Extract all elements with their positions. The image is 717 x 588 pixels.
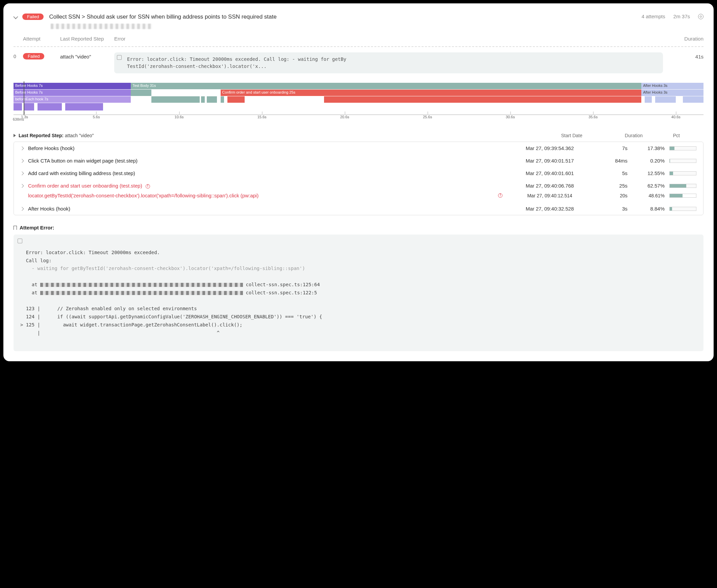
timeline-segment[interactable] (201, 96, 205, 103)
steps-header-label: Last Reported Step: (19, 133, 64, 138)
steps-table: Before Hooks (hook) Mar 27, 09:39:54.362… (14, 142, 703, 215)
step-date: Mar 27, 09:40:01.601 (512, 170, 587, 176)
header-meta: 4 attempts 2m 37s (642, 14, 703, 19)
timeline-segment[interactable] (655, 96, 676, 103)
timeline-segment[interactable]: Before Hooks 7s (14, 89, 131, 96)
divider (14, 46, 703, 47)
timeline-segment[interactable]: Test Body 31s (131, 83, 641, 89)
step-date: Mar 27, 09:39:54.362 (512, 145, 587, 151)
attempt-row[interactable]: 0 Failed attach "video" Error: locator.c… (14, 52, 703, 74)
timeline-strip[interactable] (14, 103, 703, 110)
step-pct: 17.38% (628, 145, 665, 151)
step-name: locator.getByTestId('zerohash-consent-ch… (28, 192, 498, 199)
step-row[interactable]: Before Hooks (hook) Mar 27, 09:39:54.362… (14, 142, 703, 154)
step-row[interactable]: After Hooks (hook) Mar 27, 09:40:32.528 … (14, 203, 703, 215)
total-duration: 2m 37s (673, 14, 690, 19)
header: Failed Collect SSN > Should ask user for… (14, 14, 703, 20)
steps-header-value: attach "video" (65, 133, 93, 138)
step-pct: 48.61% (628, 193, 665, 198)
axis-tick: 35.6s (589, 115, 598, 119)
timeline-segment[interactable] (207, 96, 217, 103)
attempt-index: 0 (14, 52, 23, 59)
col-duration: Duration (670, 36, 703, 42)
timeline-segment[interactable] (151, 96, 200, 103)
attempt-error-code[interactable]: Error: locator.click: Timeout 20000ms ex… (14, 234, 703, 351)
timeline-segment[interactable]: Confirm order and start user onboarding … (220, 89, 642, 96)
step-duration: 20s (587, 193, 628, 198)
status-badge: Failed (22, 14, 44, 20)
step-sub-row[interactable]: locator.getByTestId('zerohash-consent-ch… (14, 192, 703, 203)
steps-section: Last Reported Step: attach "video" Start… (14, 131, 703, 215)
step-duration: 84ms (587, 158, 628, 164)
attempt-status-badge: Failed (23, 53, 44, 60)
axis-tick: 1.3s (21, 115, 28, 119)
error-line-2: TestId('zerohash-consent-checkbox').loca… (119, 63, 658, 70)
step-name: After Hooks (hook) (28, 206, 512, 212)
copy-icon[interactable] (118, 56, 122, 60)
copy-icon[interactable] (18, 239, 22, 243)
redacted-path (51, 24, 152, 29)
axis-tick: 30.6s (506, 115, 515, 119)
timeline-axis: 638ms1.3s5.6s10.6s15.6s20.6s25.6s30.6s35… (14, 114, 703, 123)
step-row[interactable]: Click CTA button on main widget page (te… (14, 154, 703, 167)
err-line: Error: locator.click: Timeout 20000ms ex… (26, 250, 160, 255)
axis-tick: 15.6s (257, 115, 267, 119)
timeline-segment[interactable] (220, 96, 224, 103)
step-name: Confirm order and start user onboarding … (28, 183, 512, 189)
timeline-row[interactable]: beforeEach hook 7s (14, 96, 703, 103)
code-caret: | ^ (20, 330, 219, 336)
axis-tick: 5.6s (93, 115, 100, 119)
step-pct: 8.84% (628, 206, 665, 212)
step-date: Mar 27, 09:40:01.517 (512, 158, 587, 164)
step-pct: 0.20% (628, 158, 665, 164)
chevron-down-icon[interactable] (13, 15, 18, 19)
code-line: > 125 | await widget.transactionPage.get… (20, 322, 242, 328)
attempts-count: 4 attempts (642, 14, 665, 19)
col-start-date: Start Date (541, 133, 602, 138)
attempt-duration: 41s (670, 52, 703, 60)
playhead[interactable] (24, 81, 24, 115)
step-bar (669, 146, 696, 150)
gear-icon[interactable] (698, 14, 703, 19)
timeline-segment[interactable] (645, 96, 651, 103)
attempt-error-title: Attempt Error: (20, 225, 55, 230)
timeline-segment[interactable] (131, 89, 151, 96)
err-line-light: - waiting for getByTestId('zerohash-cons… (26, 266, 305, 271)
timeline-segment[interactable]: Before Hooks 7s (14, 83, 131, 89)
step-bar (669, 171, 696, 175)
col-error: Error (114, 36, 670, 42)
step-name: Add card with existing billing address (… (28, 170, 512, 176)
chevron-right-icon (20, 207, 24, 211)
step-duration: 7s (587, 145, 628, 151)
col-dur: Duration (602, 133, 643, 138)
stack-suffix: collect-ssn.spec.ts:122:5 (246, 290, 317, 295)
timeline[interactable]: Before Hooks 7sTest Body 31sAfter Hooks … (14, 83, 703, 123)
attempts-columns: Attempt Last Reported Step Error Duratio… (14, 29, 703, 45)
attempt-error-header: Attempt Error: (14, 225, 703, 230)
timeline-segment[interactable]: beforeEach hook 7s (14, 96, 131, 103)
error-icon (498, 193, 502, 198)
timeline-segment[interactable] (324, 96, 641, 103)
attempt-step: attach "video" (60, 52, 114, 60)
timeline-segment[interactable] (683, 96, 703, 103)
attempt-error-box[interactable]: Error: locator.click: Timeout 20000ms ex… (114, 52, 663, 74)
step-bar (669, 194, 696, 198)
timeline-segment[interactable]: After Hooks 3s (641, 89, 703, 96)
timeline-segment[interactable]: After Hooks 3s (641, 83, 703, 89)
timeline-segment[interactable] (227, 96, 245, 103)
col-step: Last Reported Step (60, 36, 114, 42)
step-bar (669, 184, 696, 188)
timeline-row[interactable]: Before Hooks 7sTest Body 31sAfter Hooks … (14, 83, 703, 89)
axis-tick: 25.6s (423, 115, 432, 119)
code-line: 124 | if ((await supportApi.getDynamicCo… (20, 314, 322, 319)
err-line: Call log: (26, 258, 52, 263)
timeline-row[interactable]: Before Hooks 7sConfirm order and start u… (14, 89, 703, 96)
step-row[interactable]: Confirm order and start user onboarding … (14, 180, 703, 192)
axis-tick: 40.6s (671, 115, 680, 119)
step-duration: 5s (587, 170, 628, 176)
steps-header: Last Reported Step: attach "video" Start… (14, 131, 703, 142)
test-result-panel: Failed Collect SSN > Should ask user for… (3, 3, 714, 361)
step-name: Click CTA button on main widget page (te… (28, 158, 512, 164)
step-row[interactable]: Add card with existing billing address (… (14, 167, 703, 180)
axis-tick: 20.6s (340, 115, 350, 119)
